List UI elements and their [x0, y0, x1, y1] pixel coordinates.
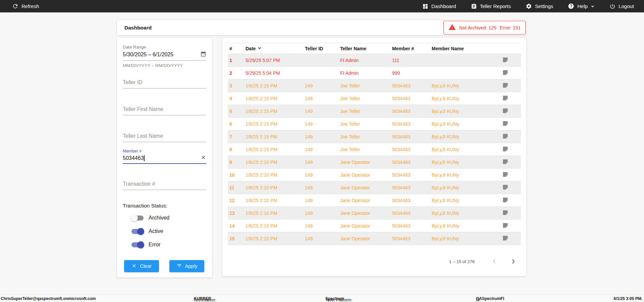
archived-toggle-label: Archived: [149, 215, 169, 221]
date-range-helper: MM/DD/YYYY – MM/DD/YYYY: [123, 63, 206, 68]
teller-first-name-input[interactable]: [123, 104, 206, 115]
table-row[interactable]: 15 1/6/25 2:10 PM 149 Jane Operator 5034…: [228, 232, 521, 245]
table-row[interactable]: 3 1/6/25 2:15 PM 149 Joe Teller 5034463 …: [228, 79, 521, 92]
dashboard-icon: [422, 3, 428, 9]
next-page-button[interactable]: [509, 257, 518, 266]
note-icon[interactable]: [502, 223, 508, 229]
active-toggle-label: Active: [149, 228, 163, 234]
table-row[interactable]: 12 1/6/25 2:10 PM 149 Jane Operator 5034…: [228, 194, 521, 207]
prev-page-button[interactable]: [490, 257, 499, 266]
chevron-down-icon: [591, 4, 595, 8]
top-navigation-bar: Refresh Dashboard Teller Reports Setting…: [0, 0, 644, 12]
apply-button-label: Apply: [185, 263, 197, 269]
gear-icon: [526, 3, 532, 9]
table-row[interactable]: 9 1/6/25 2:10 PM 149 Jane Operator 50344…: [228, 156, 521, 169]
toggle-active[interactable]: Active: [131, 227, 206, 236]
col-header-num: #: [228, 46, 244, 51]
col-header-member-num[interactable]: Member #: [390, 46, 430, 51]
fi-status: FI: QASpectrumFI: [476, 296, 504, 301]
teller-id-input[interactable]: [123, 77, 206, 88]
clear-button-label: Clear: [140, 263, 152, 269]
refresh-button[interactable]: Refresh: [12, 3, 39, 9]
logged-in-user: ChrisSuperTeller@qaspectrumfi.onmicrosof…: [1, 296, 96, 301]
table-row[interactable]: 8 1/6/25 2:15 PM 149 Joe Teller 5034463 …: [228, 143, 521, 156]
note-icon[interactable]: [502, 146, 508, 153]
member-number-value[interactable]: 5034463: [123, 155, 144, 161]
error-toggle-label: Error: [149, 242, 161, 248]
nav-settings[interactable]: Settings: [526, 3, 553, 9]
note-icon[interactable]: [502, 159, 508, 166]
nav-settings-label: Settings: [535, 3, 553, 9]
table-row[interactable]: 4 1/6/25 2:15 PM 149 Joe Teller 5034463 …: [228, 92, 521, 105]
toggle-archived[interactable]: Archived: [131, 214, 206, 222]
nav-teller-reports-label: Teller Reports: [480, 3, 511, 9]
nav-dashboard-label: Dashboard: [431, 3, 456, 9]
apply-button[interactable]: Apply: [169, 260, 204, 272]
note-icon[interactable]: [502, 57, 508, 64]
note-icon[interactable]: [502, 121, 508, 127]
page-title: Dashboard: [124, 25, 152, 31]
table-body: 1 5/29/25 5:07 PM FI Admin 111 2 5/29/25: [228, 54, 521, 245]
note-icon[interactable]: [502, 70, 508, 76]
top-nav-items: Dashboard Teller Reports Settings Help: [422, 3, 634, 9]
calendar-icon[interactable]: [200, 51, 206, 58]
nav-help[interactable]: Help: [568, 3, 595, 9]
active-switch[interactable]: [131, 229, 144, 234]
table-row[interactable]: 1 5/29/25 5:07 PM FI Admin 111: [228, 54, 521, 67]
nav-teller-reports[interactable]: Teller Reports: [471, 3, 511, 9]
alert-not-archived-count: Not Archived: 125: [459, 25, 496, 31]
error-switch[interactable]: [131, 242, 144, 247]
col-header-member-name[interactable]: Member Name: [430, 46, 498, 51]
nav-help-label: Help: [577, 3, 588, 9]
col-header-date[interactable]: Date: [244, 46, 303, 51]
toggle-error[interactable]: Error: [131, 240, 206, 249]
archived-switch[interactable]: [131, 216, 144, 221]
page-header-card: Dashboard Not Archived: 125 Error: 151: [117, 20, 526, 35]
power-icon: [609, 3, 615, 9]
transaction-number-input[interactable]: [123, 179, 206, 190]
close-icon[interactable]: [201, 155, 206, 162]
table-row[interactable]: 5 1/6/25 2:15 PM 149 Joe Teller 5034463 …: [228, 105, 521, 118]
table-row[interactable]: 10 1/6/25 2:10 PM 149 Jane Operator 5034…: [228, 169, 521, 181]
col-header-teller-name[interactable]: Teller Name: [338, 46, 390, 51]
table-row[interactable]: 13 1/6/25 2:10 PM 149 Jane Operator 5034…: [228, 207, 521, 220]
help-icon: [568, 3, 574, 9]
nav-logout[interactable]: Logout: [609, 3, 634, 9]
table-row[interactable]: 6 1/6/25 2:15 PM 149 Joe Teller 5034463 …: [228, 118, 521, 130]
nav-logout-label: Logout: [619, 3, 634, 9]
refresh-label: Refresh: [21, 3, 39, 9]
note-icon[interactable]: [502, 184, 508, 191]
date-range-field[interactable]: Date Range 5/30/2025 – 6/1/2025 MM/DD/YY…: [123, 45, 206, 68]
workstation-status: Workstation: KURRER: [194, 296, 211, 301]
warning-triangle-icon: [448, 23, 456, 32]
date-range-value[interactable]: 5/30/2025 – 6/1/2025: [123, 52, 173, 58]
note-icon[interactable]: [502, 95, 508, 102]
table-row[interactable]: 7 1/6/25 2:15 PM 149 Joe Teller 5034463 …: [228, 130, 521, 143]
col-header-teller-id[interactable]: Teller ID: [303, 46, 338, 51]
note-icon[interactable]: [502, 133, 508, 140]
transaction-status-label: Transaction Status:: [123, 203, 206, 209]
filter-panel: Date Range 5/30/2025 – 6/1/2025 MM/DD/YY…: [117, 38, 212, 278]
sort-chevron-down-icon: [257, 46, 262, 51]
clear-button[interactable]: Clear: [124, 260, 159, 272]
note-icon[interactable]: [502, 108, 508, 115]
member-number-label: Member #: [123, 149, 206, 154]
note-icon[interactable]: [502, 235, 508, 242]
note-icon[interactable]: [502, 197, 508, 204]
alert-error-count: Error: 151: [500, 25, 521, 31]
current-datetime: 6/1/25 3:05 PM.: [614, 296, 642, 301]
pagination: 1 – 15 of 276: [449, 257, 518, 266]
table-row[interactable]: 14 1/6/25 2:10 PM 149 Jane Operator 5034…: [228, 220, 521, 232]
filter-icon: [176, 263, 182, 269]
refresh-icon: [12, 3, 18, 9]
member-number-field[interactable]: Member # 5034463: [123, 149, 206, 164]
status-alert-badge[interactable]: Not Archived: 125 Error: 151: [443, 21, 526, 35]
note-icon[interactable]: [502, 82, 508, 89]
note-icon[interactable]: [502, 172, 508, 178]
nav-dashboard[interactable]: Dashboard: [422, 3, 456, 9]
date-range-label: Date Range: [123, 45, 206, 50]
note-icon[interactable]: [502, 210, 508, 217]
teller-last-name-input[interactable]: [123, 131, 206, 142]
table-row[interactable]: 11 1/6/25 2:10 PM 149 Jane Operator 5034…: [228, 181, 521, 194]
table-row[interactable]: 2 5/29/25 5:04 PM FI Admin 999: [228, 67, 521, 79]
